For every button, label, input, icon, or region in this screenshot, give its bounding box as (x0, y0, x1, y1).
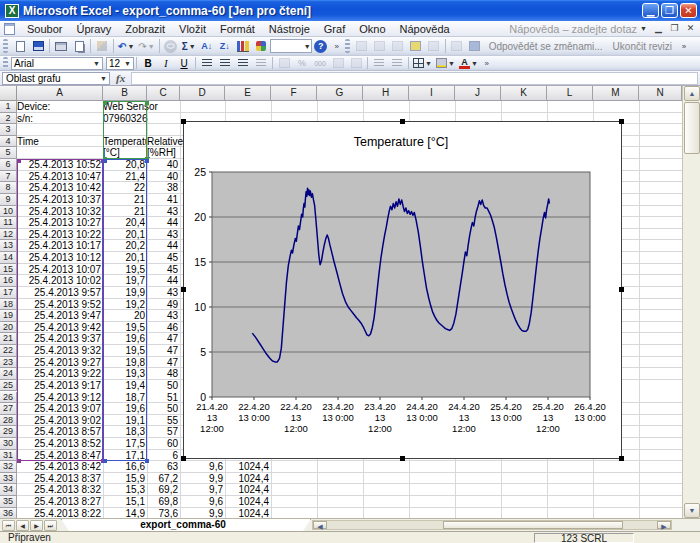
cell-C34[interactable]: 69,2 (147, 484, 180, 495)
sort-descending-button[interactable]: Z↓ (216, 38, 234, 54)
menu-vlozit[interactable]: Vložit (172, 22, 213, 36)
toolbar-options-chevron[interactable]: » (332, 42, 342, 51)
reply-with-changes-button[interactable]: Odpovědět se změnami... (484, 41, 608, 52)
cell-D33[interactable]: 9,9 (180, 473, 225, 484)
save-button[interactable] (29, 38, 47, 54)
cell-C7[interactable]: 40 (147, 171, 180, 182)
cell-D34[interactable]: 9,7 (180, 484, 225, 495)
select-all-corner[interactable] (0, 86, 17, 101)
autosum-button[interactable]: Σ▼ (180, 38, 198, 54)
range-fill-handle[interactable] (145, 101, 149, 105)
maximize-button[interactable]: ❐ (661, 3, 678, 18)
row-header-15[interactable]: 15 (0, 264, 17, 276)
row-header-5[interactable]: 5 (0, 147, 17, 159)
cell-C24[interactable]: 48 (147, 368, 180, 379)
hyperlink-button[interactable]: ⬭ (162, 38, 180, 54)
workbook-icon[interactable] (4, 23, 15, 35)
row-header-1[interactable]: 1 (0, 101, 17, 113)
row-header-19[interactable]: 19 (0, 310, 17, 322)
column-header-F[interactable]: F (271, 86, 317, 101)
new-button[interactable] (11, 38, 29, 54)
row-header-35[interactable]: 35 (0, 496, 17, 508)
menu-format[interactable]: Formát (213, 22, 262, 36)
column-header-A[interactable]: A (17, 86, 103, 101)
drawing-button[interactable] (252, 38, 270, 54)
align-left-button[interactable] (198, 57, 216, 70)
minimize-button[interactable]: ▁ (642, 3, 659, 18)
cell-C13[interactable]: 44 (147, 240, 180, 251)
print-button[interactable] (52, 38, 70, 54)
align-center-button[interactable] (216, 57, 234, 70)
update-file-button[interactable] (448, 38, 466, 54)
chart-handle-bottom-left[interactable] (181, 456, 186, 461)
row-header-22[interactable]: 22 (0, 345, 17, 357)
cell-A34[interactable]: 25.4.2013 8:32 (17, 484, 103, 495)
cell-A33[interactable]: 25.4.2013 8:37 (17, 473, 103, 484)
delete-comment-button[interactable] (425, 38, 443, 54)
row-header-28[interactable]: 28 (0, 415, 17, 427)
row-header-27[interactable]: 27 (0, 403, 17, 415)
chart-handle-bottom-center[interactable] (400, 456, 405, 461)
cell-B35[interactable]: 15,1 (103, 496, 147, 507)
formula-input[interactable] (131, 72, 698, 85)
column-header-K[interactable]: K (501, 86, 547, 101)
cell-C12[interactable]: 43 (147, 229, 180, 240)
row-header-11[interactable]: 11 (0, 217, 17, 229)
range-fill-handle[interactable] (103, 459, 107, 463)
next-sheet-button[interactable]: ▶ (30, 520, 43, 531)
range-fill-handle[interactable] (145, 159, 149, 163)
cell-C22[interactable]: 47 (147, 345, 180, 356)
row-header-6[interactable]: 6 (0, 159, 17, 171)
horizontal-scroll-thumb[interactable] (443, 521, 623, 529)
cell-A32[interactable]: 25.4.2013 8:42 (17, 461, 103, 472)
row-header-36[interactable]: 36 (0, 508, 17, 518)
cell-C35[interactable]: 69,8 (147, 496, 180, 507)
row-header-23[interactable]: 23 (0, 357, 17, 369)
cell-B34[interactable]: 15,3 (103, 484, 147, 495)
row-header-26[interactable]: 26 (0, 392, 17, 404)
scroll-up-button[interactable]: ▲ (684, 86, 700, 101)
cell-B36[interactable]: 14,9 (103, 508, 147, 518)
range-fill-handle[interactable] (145, 459, 149, 463)
row-header-8[interactable]: 8 (0, 182, 17, 194)
row-header-24[interactable]: 24 (0, 368, 17, 380)
cell-C5[interactable]: [%RH] (147, 147, 180, 158)
scroll-left-button[interactable]: ◀ (313, 521, 327, 529)
previous-sheet-button[interactable]: ◀ (16, 520, 29, 531)
row-header-14[interactable]: 14 (0, 252, 17, 264)
fill-color-button[interactable]: ▼ (434, 57, 457, 70)
column-header-E[interactable]: E (225, 86, 271, 101)
cell-E32[interactable]: 1024,4 (225, 461, 271, 472)
row-header-3[interactable]: 3 (0, 124, 17, 136)
scroll-down-button[interactable]: ▼ (684, 503, 700, 518)
help-question-box[interactable]: Nápověda – zadejte dotaz ▼ (509, 23, 651, 35)
help-button[interactable]: ? (312, 38, 330, 54)
row-header-20[interactable]: 20 (0, 322, 17, 334)
first-sheet-button[interactable]: ⏮ (2, 520, 15, 531)
percent-button[interactable]: % (293, 57, 311, 70)
cell-E33[interactable]: 1024,4 (225, 473, 271, 484)
menu-zobrazit[interactable]: Zobrazit (118, 22, 172, 36)
toolbar-grip[interactable] (3, 39, 8, 53)
font-color-button[interactable]: A▼ (457, 57, 480, 70)
cell-B33[interactable]: 15,9 (103, 473, 147, 484)
cell-C32[interactable]: 63 (147, 461, 180, 472)
row-header-16[interactable]: 16 (0, 275, 17, 287)
next-comment-button[interactable] (389, 38, 407, 54)
cell-C27[interactable]: 50 (147, 403, 180, 414)
doc-minimize-button[interactable]: ▁ (651, 22, 666, 35)
print-preview-button[interactable] (70, 38, 88, 54)
comma-style-button[interactable]: 000 (311, 57, 329, 70)
chart-handle-mid-left[interactable] (181, 287, 186, 292)
menu-graf[interactable]: Graf (317, 22, 352, 36)
menu-okno[interactable]: Okno (352, 22, 392, 36)
doc-restore-button[interactable]: ❐ (667, 22, 682, 35)
underline-button[interactable]: U (175, 57, 193, 70)
column-header-J[interactable]: J (455, 86, 501, 101)
cell-C19[interactable]: 43 (147, 310, 180, 321)
insert-function-button[interactable]: fx (116, 72, 125, 84)
font-name-combobox[interactable]: Arial▼ (11, 57, 103, 70)
borders-button[interactable]: ▼ (411, 57, 434, 70)
row-header-7[interactable]: 7 (0, 171, 17, 183)
format-painter-button[interactable] (93, 38, 111, 54)
